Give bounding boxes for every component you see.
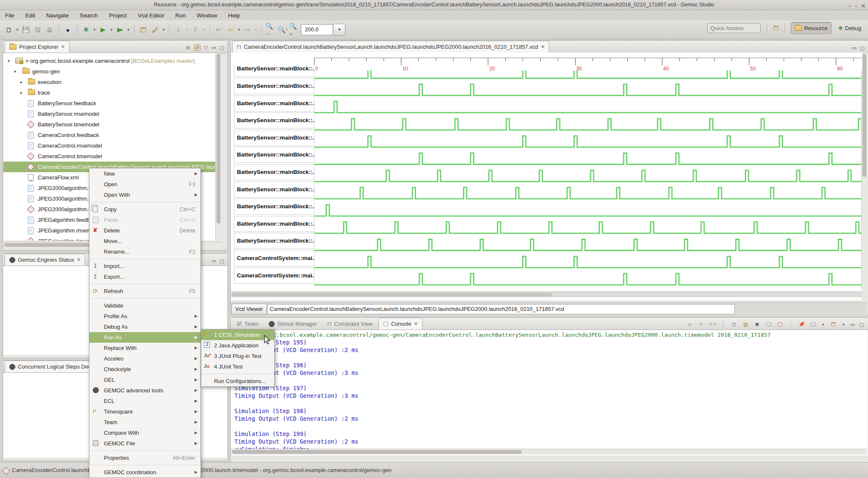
menu-item-export[interactable]: ↥Export...: [89, 271, 200, 282]
menu-item-gemoc-advanced-tools[interactable]: GEMOC advanced tools▶: [89, 385, 200, 396]
tree-item-trace[interactable]: ▸trace: [3, 87, 221, 98]
tab-console[interactable]: 🖵 Console ✕: [378, 318, 422, 330]
word-wrap-icon[interactable]: ✖: [754, 321, 760, 327]
menu-help[interactable]: Help: [228, 12, 240, 19]
signal-label[interactable]: CameraControlSystem::mai...: [234, 250, 314, 266]
globe-icon[interactable]: ●: [62, 24, 73, 35]
menu-item-replace-with[interactable]: Replace With▶: [89, 343, 200, 353]
vcd-viewer-tab[interactable]: Vcd Viewer: [231, 304, 267, 315]
pin-console-icon[interactable]: 📌: [798, 321, 805, 327]
window-minimize-button[interactable]: –: [848, 1, 851, 11]
signal-label[interactable]: BatterySensor::mainBlock::...: [234, 78, 314, 94]
menu-item-compare-with[interactable]: Compare With▶: [89, 428, 200, 438]
signal-label[interactable]: BatterySensor::mainBlock::...: [234, 198, 314, 215]
signal-label[interactable]: BatterySensor::mainBlock::...: [234, 164, 314, 180]
menu-item-debug-as[interactable]: Debug As▶: [89, 321, 200, 332]
menu-file[interactable]: File: [5, 12, 14, 19]
tab-constraint-view[interactable]: ⊓ Constraint View: [323, 318, 377, 330]
next-annotation-icon[interactable]: ⇩: [173, 24, 184, 35]
remove-launch-icon[interactable]: ✖: [698, 321, 704, 327]
previous-annotation-dropdown-icon[interactable]: ▾: [202, 28, 206, 32]
forward-dropdown-icon[interactable]: ▾: [254, 28, 258, 32]
maximize-view-icon[interactable]: ▢: [860, 45, 865, 51]
menu-window[interactable]: Window: [197, 12, 217, 19]
tab-vcd-file[interactable]: ⊓ CameraEncoderControl.launchBatterySens…: [232, 41, 549, 53]
collapse-all-icon[interactable]: ⊟: [186, 45, 190, 50]
menu-vcd-editor[interactable]: Vcd Editor: [138, 12, 164, 19]
tree-item-gemoc-gen[interactable]: ▾gemoc-gen: [3, 66, 221, 77]
tree-item-file[interactable]: CameraControl.msemodel: [3, 140, 221, 151]
display-selected-console-icon[interactable]: 🖵: [810, 321, 816, 327]
maximize-view-icon[interactable]: ▢: [860, 322, 864, 327]
menu-item-rename[interactable]: Rename...F2: [89, 246, 200, 257]
menu-item-delete[interactable]: ✘DeleteDelete: [89, 225, 200, 236]
zoom-level-input[interactable]: 200.0: [301, 24, 333, 35]
save-icon[interactable]: 💾: [20, 24, 31, 35]
view-menu-icon[interactable]: ▽: [204, 45, 208, 50]
show-stdout-icon[interactable]: 🖵: [765, 321, 772, 327]
menu-project[interactable]: Project: [109, 12, 127, 19]
perspective-resource-button[interactable]: Resource: [791, 22, 832, 34]
tab-project-explorer[interactable]: Project Explorer ✕: [5, 41, 70, 53]
tree-item-project[interactable]: ▾> org.gemoc.bcool.example.cameracontrol…: [3, 56, 221, 66]
submenu-item-junit-test[interactable]: Ju4 JUnit Test: [201, 361, 274, 372]
menu-item-new[interactable]: New▶: [89, 168, 200, 179]
editor-horizontal-scrollbar[interactable]: [231, 291, 862, 297]
back-icon[interactable]: ⇦: [225, 24, 236, 35]
signal-label[interactable]: BatterySensor::mainBlock::...: [234, 112, 314, 129]
annotate-icon[interactable]: 🖉: [150, 24, 161, 35]
menu-item-team[interactable]: Team▶: [89, 417, 200, 428]
tree-item-file[interactable]: BatterySensor.msemodel: [3, 109, 221, 119]
tree-item-file[interactable]: BatterySensor.timemodel: [3, 119, 221, 130]
external-tools-dropdown-icon[interactable]: ▾: [126, 28, 131, 32]
debug-icon[interactable]: ❋: [81, 24, 92, 35]
show-stderr-icon[interactable]: 🖵: [776, 321, 783, 327]
tab-tasks[interactable]: 🗹 Tasks: [232, 318, 263, 330]
annotate-dropdown-icon[interactable]: ▾: [161, 28, 166, 32]
forward-icon[interactable]: ⇨: [242, 24, 253, 35]
new-dropdown-icon[interactable]: ▾: [15, 28, 19, 32]
zoom-out-icon[interactable]: 🔍−: [265, 24, 276, 35]
link-editor-icon[interactable]: ⇄: [194, 45, 200, 51]
debug-dropdown-icon[interactable]: ▾: [92, 28, 97, 32]
menu-edit[interactable]: Edit: [25, 12, 35, 19]
signal-label[interactable]: BatterySensor::mainBlock::...: [234, 147, 314, 163]
menu-search[interactable]: Search: [80, 12, 98, 19]
minimize-view-icon[interactable]: ▭: [850, 322, 854, 327]
menu-item-import[interactable]: ↧Import...: [89, 261, 200, 271]
vcd-file-close-icon[interactable]: ✕: [541, 44, 545, 50]
maximize-view-icon[interactable]: ▢: [220, 45, 224, 50]
signal-label[interactable]: BatterySensor::mainBlock::...: [234, 130, 314, 146]
tree-item-file[interactable]: CameraControl.feedback: [3, 130, 221, 140]
signal-label[interactable]: BatterySensor::mainBlock::...: [234, 95, 314, 112]
tree-item-file[interactable]: BatterySensor.feedback: [3, 98, 221, 109]
project-explorer-close-icon[interactable]: ✕: [61, 44, 64, 50]
maximize-view-icon[interactable]: ▢: [220, 258, 224, 264]
menu-item-gemoc-file[interactable]: GEMOC File▶: [89, 438, 200, 449]
signal-label[interactable]: BatterySensor::mainBlock::...: [234, 216, 314, 232]
open-console-dropdown-icon[interactable]: ▾: [841, 322, 846, 327]
remove-all-launches-icon[interactable]: ✖✖: [709, 321, 716, 327]
menu-item-run-as[interactable]: Run As▶: [89, 332, 200, 343]
menu-item-ecl[interactable]: ECL▶: [89, 396, 200, 406]
window-maximize-button[interactable]: ▫: [855, 1, 857, 11]
zoom-reset-icon[interactable]: 🔍¹: [277, 24, 288, 35]
external-tools-icon[interactable]: ▶●: [114, 24, 125, 35]
print-icon[interactable]: 🖶: [44, 24, 55, 35]
menu-item-move[interactable]: Move...: [89, 236, 200, 246]
terminate-icon[interactable]: ■: [686, 321, 693, 327]
next-annotation-dropdown-icon[interactable]: ▾: [185, 28, 189, 32]
clear-console-icon[interactable]: 🗋: [731, 321, 737, 327]
last-edit-location-icon[interactable]: ↩: [213, 24, 224, 35]
menu-item-properties[interactable]: PropertiesAlt+Enter: [89, 453, 200, 463]
submenu-item-junit-plugin-test[interactable]: Ju°3 JUnit Plug-in Test: [201, 351, 274, 361]
editor-vertical-scrollbar[interactable]: [861, 53, 867, 288]
minimize-view-icon[interactable]: ▭: [852, 45, 856, 51]
open-perspective-icon[interactable]: 🗔: [773, 25, 779, 31]
display-console-dropdown-icon[interactable]: ▾: [821, 322, 825, 327]
console-horizontal-scrollbar[interactable]: [231, 449, 867, 455]
signal-label[interactable]: BatterySensor::mainBlock::...: [234, 233, 314, 249]
menu-item-checkstyle[interactable]: Checkstyle▶: [89, 364, 200, 375]
menu-item-refresh[interactable]: ⟳RefreshF5: [89, 286, 200, 296]
signal-label[interactable]: BatterySensor::mainBlock::...: [234, 64, 314, 77]
